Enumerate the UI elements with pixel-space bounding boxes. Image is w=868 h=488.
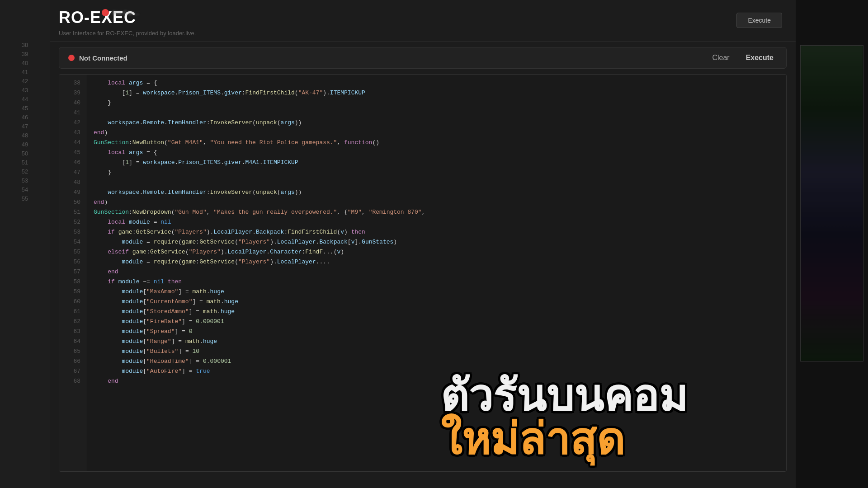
toolbar-right: Clear Execute	[708, 52, 777, 64]
execute-button[interactable]: Execute	[742, 52, 777, 64]
connection-status-dot	[68, 55, 75, 61]
code-line-59: module["MaxAmmo"] = math.huge	[94, 287, 786, 297]
code-line-64: module["Range"] = math.huge	[94, 337, 786, 347]
code-line-60: module["CurrentAmmo"] = math.huge	[94, 297, 786, 307]
code-line-41	[94, 108, 786, 118]
code-line-48	[94, 178, 786, 188]
code-content: 38 39 40 41 42 43 44 45 46 47 48 49 50 5…	[59, 75, 786, 471]
code-line-57: end	[94, 267, 786, 277]
code-line-39: [1] = workspace.Prison_ITEMS.giver:FindF…	[94, 88, 786, 98]
code-line-54: module = require(game:GetService("Player…	[94, 237, 786, 247]
code-line-38: local args = {	[94, 78, 786, 88]
code-line-45: local args = {	[94, 148, 786, 158]
code-lines: local args = { [1] = workspace.Prison_IT…	[86, 75, 786, 471]
code-line-47: }	[94, 168, 786, 178]
code-line-55: elseif game:GetService("Players").LocalP…	[94, 247, 786, 257]
execute-header-button[interactable]: Execute	[736, 13, 782, 28]
code-line-63: module["Spread"] = 0	[94, 327, 786, 337]
code-editor[interactable]: 38 39 40 41 42 43 44 45 46 47 48 49 50 5…	[59, 74, 787, 472]
code-line-58: if module ~= nil then	[94, 277, 786, 287]
code-line-44: GunSection:NewButton("Get M4A1", "You ne…	[94, 138, 786, 148]
code-line-42: workspace.Remote.ItemHandler:InvokeServe…	[94, 118, 786, 128]
code-line-49: workspace.Remote.ItemHandler:InvokeServe…	[94, 188, 786, 197]
connection-status-text: Not Connected	[79, 54, 127, 62]
code-line-66: module["ReloadTime"] = 0.000001	[94, 357, 786, 366]
code-line-52: local module = nil	[94, 217, 786, 227]
top-red-dot	[102, 9, 109, 16]
code-line-51: GunSection:NewDropdown("Gun Mod", "Makes…	[94, 207, 786, 217]
toolbar-left: Not Connected	[68, 54, 127, 62]
code-line-62: module["FireRate"] = 0.000001	[94, 317, 786, 327]
code-line-56: module = require(game:GetService("Player…	[94, 257, 786, 267]
top-label: Not Con...	[113, 9, 139, 16]
main-content: Not Con... RO-EXEC User Interface for RO…	[50, 0, 796, 488]
line-numbers: 38 39 40 41 42 43 44 45 46 47 48 49 50 5…	[59, 75, 86, 471]
right-sidebar	[796, 0, 868, 488]
code-line-67: module["AutoFire"] = true	[94, 366, 786, 376]
header-right: Execute	[736, 8, 782, 28]
left-sidebar: 38 39 40 41 42 43 44 45 46 47 48 49 50 5…	[0, 0, 50, 488]
code-line-53: if game:GetService("Players").LocalPlaye…	[94, 227, 786, 237]
code-line-50: end)	[94, 197, 786, 207]
code-line-61: module["StoredAmmo"] = math.huge	[94, 307, 786, 317]
header: RO-EXEC User Interface for RO-EXEC, prov…	[50, 0, 796, 42]
code-line-40: }	[94, 98, 786, 108]
top-status-area: Not Con...	[102, 9, 139, 16]
code-line-43: end)	[94, 128, 786, 138]
code-minimap	[800, 45, 863, 361]
code-line-65: module["Bullets"] = 10	[94, 347, 786, 357]
clear-button[interactable]: Clear	[708, 52, 733, 64]
app-subtitle: User Interface for RO-EXEC, provided by …	[59, 30, 196, 37]
code-line-68: end	[94, 376, 786, 386]
toolbar: Not Connected Clear Execute	[59, 47, 787, 69]
code-line-46: [1] = workspace.Prison_ITEMS.giver.M4A1.…	[94, 158, 786, 168]
